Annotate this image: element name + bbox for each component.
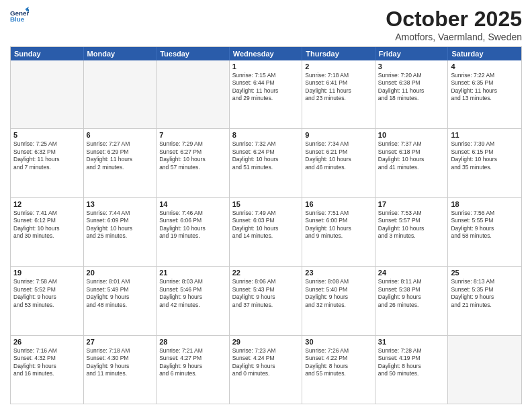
header-friday: Friday [375, 47, 449, 60]
cell-text-line: Sunset: 6:41 PM [305, 79, 372, 87]
day-cell-27: 27Sunrise: 7:18 AMSunset: 4:30 PMDayligh… [84, 336, 157, 404]
day-cell-18: 18Sunrise: 7:56 AMSunset: 5:55 PMDayligh… [448, 198, 521, 266]
day-cell-23: 23Sunrise: 8:08 AMSunset: 5:40 PMDayligh… [302, 267, 375, 334]
cell-text-line: Sunset: 5:38 PM [378, 286, 445, 293]
day-number: 28 [159, 338, 226, 346]
day-cell-19: 19Sunrise: 7:58 AMSunset: 5:52 PMDayligh… [11, 267, 84, 334]
cell-text-line: and 19 minutes. [159, 232, 226, 240]
cell-text-line: Daylight: 10 hours [232, 156, 300, 163]
day-number: 17 [378, 200, 445, 208]
cell-text-line: and 32 minutes. [305, 302, 372, 309]
cell-text-line: Daylight: 11 hours [451, 87, 519, 95]
day-number: 22 [232, 269, 300, 277]
cell-text-line: Daylight: 11 hours [87, 156, 154, 163]
empty-cell [448, 336, 521, 404]
cell-text-line: Daylight: 9 hours [305, 293, 372, 301]
day-number: 15 [232, 200, 300, 208]
day-cell-8: 8Sunrise: 7:32 AMSunset: 6:24 PMDaylight… [230, 129, 303, 197]
cell-text-line: and 26 minutes. [378, 302, 445, 309]
cell-text-line: Daylight: 9 hours [451, 293, 519, 301]
cell-text-line: Sunrise: 7:29 AM [159, 140, 226, 148]
cell-text-line: and 51 minutes. [232, 164, 300, 171]
cell-text-line: Sunrise: 7:21 AM [159, 347, 226, 355]
svg-text:Blue: Blue [10, 15, 25, 23]
cell-text-line: Daylight: 9 hours [13, 293, 81, 301]
day-cell-13: 13Sunrise: 7:44 AMSunset: 6:09 PMDayligh… [84, 198, 157, 266]
day-cell-12: 12Sunrise: 7:41 AMSunset: 6:12 PMDayligh… [11, 198, 84, 266]
cell-text-line: Daylight: 10 hours [451, 156, 519, 163]
header-thursday: Thursday [302, 47, 375, 60]
day-cell-26: 26Sunrise: 7:16 AMSunset: 4:32 PMDayligh… [11, 336, 84, 404]
cell-text-line: Sunrise: 7:15 AM [232, 72, 300, 79]
cell-text-line: Sunrise: 7:49 AM [232, 210, 300, 217]
day-number: 21 [159, 269, 226, 277]
cell-text-line: and 55 minutes. [305, 370, 372, 377]
day-cell-30: 30Sunrise: 7:26 AMSunset: 4:22 PMDayligh… [302, 336, 375, 404]
day-cell-28: 28Sunrise: 7:21 AMSunset: 4:27 PMDayligh… [157, 336, 230, 404]
day-number: 11 [451, 131, 519, 139]
cell-text-line: and 18 minutes. [378, 95, 445, 102]
cell-text-line: Sunset: 4:22 PM [305, 355, 372, 362]
cell-text-line: Sunrise: 8:06 AM [232, 278, 300, 285]
day-cell-2: 2Sunrise: 7:18 AMSunset: 6:41 PMDaylight… [302, 60, 375, 128]
day-cell-1: 1Sunrise: 7:15 AMSunset: 6:44 PMDaylight… [230, 60, 303, 128]
cell-text-line: Daylight: 10 hours [159, 225, 226, 232]
cell-text-line: Sunrise: 7:34 AM [305, 140, 372, 148]
cell-text-line: Sunset: 6:12 PM [13, 217, 81, 224]
page: General Blue October 2025 Amotfors, Vaer… [0, 0, 532, 411]
day-cell-17: 17Sunrise: 7:53 AMSunset: 5:57 PMDayligh… [375, 198, 449, 266]
cell-text-line: Sunrise: 8:11 AM [378, 278, 445, 285]
calendar: Sunday Monday Tuesday Wednesday Thursday… [10, 46, 522, 404]
cell-text-line: Daylight: 10 hours [232, 225, 300, 232]
calendar-week-1: 1Sunrise: 7:15 AMSunset: 6:44 PMDaylight… [11, 60, 521, 129]
cell-text-line: Sunrise: 8:01 AM [87, 278, 154, 285]
day-number: 3 [378, 62, 445, 71]
cell-text-line: Daylight: 10 hours [13, 225, 81, 232]
cell-text-line: and 58 minutes. [451, 232, 519, 240]
cell-text-line: Daylight: 8 hours [378, 363, 445, 370]
cell-text-line: Sunset: 6:32 PM [13, 148, 81, 156]
cell-text-line: Sunset: 6:35 PM [451, 79, 519, 87]
day-cell-21: 21Sunrise: 8:03 AMSunset: 5:46 PMDayligh… [157, 267, 230, 334]
cell-text-line: and 37 minutes. [232, 302, 300, 309]
cell-text-line: Sunrise: 8:03 AM [159, 278, 226, 285]
cell-text-line: Sunset: 6:27 PM [159, 148, 226, 156]
cell-text-line: Sunrise: 7:51 AM [305, 210, 372, 217]
day-cell-31: 31Sunrise: 7:28 AMSunset: 4:19 PMDayligh… [375, 336, 449, 404]
cell-text-line: Daylight: 9 hours [13, 363, 81, 370]
calendar-week-3: 12Sunrise: 7:41 AMSunset: 6:12 PMDayligh… [11, 198, 521, 267]
cell-text-line: and 9 minutes. [305, 232, 372, 240]
location-title: Amotfors, Vaermland, Sweden [386, 32, 522, 42]
day-number: 6 [87, 131, 154, 139]
cell-text-line: and 46 minutes. [305, 164, 372, 171]
cell-text-line: Daylight: 9 hours [159, 293, 226, 301]
cell-text-line: Daylight: 10 hours [378, 225, 445, 232]
day-cell-25: 25Sunrise: 8:13 AMSunset: 5:35 PMDayligh… [448, 267, 521, 334]
month-title: October 2025 [386, 7, 522, 32]
cell-text-line: Sunrise: 8:13 AM [451, 278, 519, 285]
day-number: 8 [232, 131, 300, 139]
cell-text-line: Daylight: 10 hours [305, 156, 372, 163]
cell-text-line: Sunrise: 7:46 AM [159, 210, 226, 217]
cell-text-line: Sunset: 4:30 PM [87, 355, 154, 362]
day-cell-24: 24Sunrise: 8:11 AMSunset: 5:38 PMDayligh… [375, 267, 449, 334]
cell-text-line: Daylight: 9 hours [87, 363, 154, 370]
title-block: October 2025 Amotfors, Vaermland, Sweden [386, 7, 522, 42]
day-number: 27 [87, 338, 154, 346]
cell-text-line: Sunset: 4:32 PM [13, 355, 81, 362]
cell-text-line: Daylight: 8 hours [305, 363, 372, 370]
calendar-week-4: 19Sunrise: 7:58 AMSunset: 5:52 PMDayligh… [11, 267, 521, 335]
cell-text-line: Sunset: 6:06 PM [159, 217, 226, 224]
cell-text-line: Sunset: 5:40 PM [305, 286, 372, 293]
cell-text-line: and 6 minutes. [159, 370, 226, 377]
cell-text-line: Sunrise: 7:20 AM [378, 72, 445, 79]
calendar-week-2: 5Sunrise: 7:25 AMSunset: 6:32 PMDaylight… [11, 129, 521, 197]
day-number: 25 [451, 269, 519, 277]
day-cell-11: 11Sunrise: 7:39 AMSunset: 6:15 PMDayligh… [448, 129, 521, 197]
day-number: 12 [13, 200, 81, 208]
cell-text-line: Sunset: 6:38 PM [378, 79, 445, 87]
cell-text-line: Daylight: 9 hours [378, 293, 445, 301]
cell-text-line: Daylight: 10 hours [378, 156, 445, 163]
cell-text-line: and 42 minutes. [159, 302, 226, 309]
cell-text-line: and 11 minutes. [87, 370, 154, 377]
